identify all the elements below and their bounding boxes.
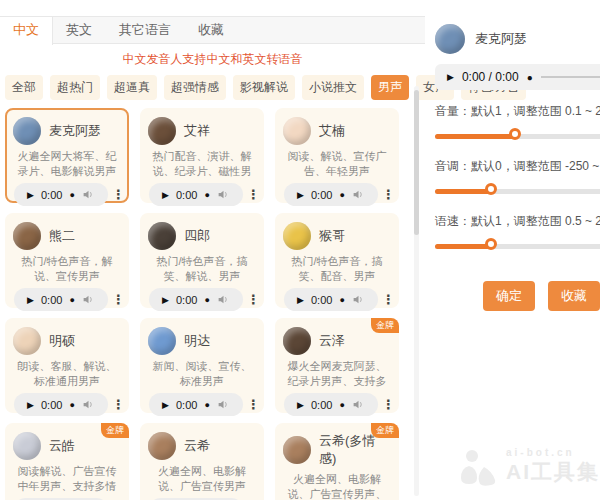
more-options-icon[interactable]: ⋮	[112, 187, 121, 202]
seek-handle[interactable]: ●	[204, 295, 209, 305]
seek-handle[interactable]: ●	[69, 190, 74, 200]
voice-name: 熊二	[49, 227, 75, 245]
voice-card[interactable]: 艾楠 阅读、解说、宣传广告、年轻男声 ▶ 0:00 ● ⋮	[275, 108, 399, 203]
play-icon[interactable]: ▶	[27, 400, 34, 410]
filter-chip[interactable]: 影视解说	[233, 75, 295, 100]
filter-chip[interactable]: 超热门	[50, 75, 100, 100]
play-icon[interactable]: ▶	[297, 295, 304, 305]
voice-avatar	[13, 222, 41, 250]
tab[interactable]: 其它语言	[106, 17, 185, 43]
slider-handle[interactable]	[485, 183, 497, 195]
seek-handle[interactable]: ●	[339, 400, 344, 410]
favorite-button[interactable]: 收藏	[548, 281, 600, 311]
volume-icon[interactable]	[352, 398, 365, 411]
play-icon[interactable]: ▶	[162, 295, 169, 305]
more-options-icon[interactable]: ⋮	[382, 397, 391, 412]
slider-handle[interactable]	[509, 128, 521, 140]
filter-chip[interactable]: 小说推文	[302, 75, 364, 100]
settings-panel: 麦克阿瑟 ▶ 0:00 / 0:00 ● 音量：默认1，调整范围 0.1 ~ 2…	[425, 0, 600, 500]
voice-card[interactable]: 艾祥 热门配音、演讲、解说、纪录片、磁性男声 ▶ 0:00 ● ⋮	[140, 108, 264, 203]
voice-description: 阅读、解说、宣传广告、年轻男声	[283, 149, 391, 179]
scrollbar-track[interactable]	[414, 86, 419, 496]
play-icon[interactable]: ▶	[297, 190, 304, 200]
tab[interactable]: 收藏	[185, 17, 238, 43]
voice-card[interactable]: 明硕 朗读、客服、解说、标准通用男声 ▶ 0:00 ● ⋮	[5, 318, 129, 413]
more-options-icon[interactable]: ⋮	[112, 397, 121, 412]
play-icon[interactable]: ▶	[447, 72, 454, 82]
voice-card[interactable]: 麦克阿瑟 火遍全网大将军、纪录片、电影解说男声 ▶ 0:00 ● ⋮	[5, 108, 129, 203]
slider-handle[interactable]	[485, 238, 497, 250]
confirm-button[interactable]: 确定	[483, 281, 535, 311]
voice-name: 猴哥	[319, 227, 345, 245]
volume-icon[interactable]	[82, 293, 95, 306]
audio-player: ▶ 0:00 ●	[149, 183, 243, 206]
voice-avatar	[283, 327, 311, 355]
slider[interactable]	[435, 237, 600, 255]
slider-section: 音量：默认1，调整范围 0.1 ~ 2 音调：默认0，调整范围 -250 ~ 5…	[435, 103, 600, 255]
play-icon[interactable]: ▶	[162, 400, 169, 410]
voice-card[interactable]: 猴哥 热门/特色声音，搞笑、配音、男声 ▶ 0:00 ● ⋮	[275, 213, 399, 308]
volume-icon[interactable]	[352, 188, 365, 201]
seek-handle[interactable]: ●	[204, 400, 209, 410]
volume-icon[interactable]	[217, 293, 230, 306]
voice-description: 火遍全网、电影解说、广告宣传男声、支持多情感、多角色	[283, 472, 391, 500]
voice-card[interactable]: 金牌 云希(多情感) 火遍全网、电影解说、广告宣传男声、支持多情感、多角色 ▶ …	[275, 423, 399, 500]
more-options-icon[interactable]: ⋮	[112, 292, 121, 307]
seek-handle[interactable]: ●	[204, 190, 209, 200]
play-icon[interactable]: ▶	[162, 190, 169, 200]
voice-name: 四郎	[184, 227, 210, 245]
seek-handle[interactable]: ●	[527, 72, 533, 83]
filter-chip[interactable]: 超强情感	[164, 75, 226, 100]
slider[interactable]	[435, 127, 600, 145]
voice-avatar	[283, 436, 311, 464]
voice-card[interactable]: 熊二 热门/特色声音，解说、宣传男声 ▶ 0:00 ● ⋮	[5, 213, 129, 308]
play-icon[interactable]: ▶	[27, 190, 34, 200]
volume-icon[interactable]	[217, 398, 230, 411]
seek-track[interactable]	[541, 76, 600, 78]
filter-chip[interactable]: 男声	[371, 75, 409, 100]
more-options-icon[interactable]: ⋮	[382, 187, 391, 202]
tab[interactable]: 英文	[53, 17, 106, 43]
more-options-icon[interactable]: ⋮	[382, 292, 391, 307]
seek-handle[interactable]: ●	[339, 295, 344, 305]
audio-player: ▶ 0:00 ●	[149, 288, 243, 311]
voice-card[interactable]: 金牌 云皓 阅读解说、广告宣传中年男声、支持多情感 ▶ 0:00 ● ⋮	[5, 423, 129, 500]
voice-description: 爆火全网麦克阿瑟、纪录片男声、支持多情感、多角色	[283, 359, 391, 389]
voice-card[interactable]: 云希 火遍全网、电影解说、广告宣传男声 ▶ 0:00 ● ⋮	[140, 423, 264, 500]
more-options-icon[interactable]: ⋮	[247, 292, 256, 307]
filter-chip[interactable]: 超逼真	[107, 75, 157, 100]
seek-handle[interactable]: ●	[69, 295, 74, 305]
scrollbar-thumb[interactable]	[414, 90, 419, 235]
gold-badge: 金牌	[101, 423, 129, 438]
volume-icon[interactable]	[217, 188, 230, 201]
voice-card[interactable]: 金牌 云泽 爆火全网麦克阿瑟、纪录片男声、支持多情感、多角色 ▶ 0:00 ● …	[275, 318, 399, 413]
more-options-icon[interactable]: ⋮	[247, 397, 256, 412]
play-icon[interactable]: ▶	[297, 400, 304, 410]
volume-icon[interactable]	[82, 398, 95, 411]
voice-card[interactable]: 明达 新闻、阅读、宣传、标准男声 ▶ 0:00 ● ⋮	[140, 318, 264, 413]
tab-label: 中文	[13, 22, 39, 37]
more-options-icon[interactable]: ⋮	[247, 187, 256, 202]
volume-icon[interactable]	[352, 293, 365, 306]
preview-time-label: 0:00 / 0:00	[462, 70, 519, 84]
time-label: 0:00	[176, 294, 197, 306]
voice-description: 热门/特色声音，搞笑、解说、男声	[148, 254, 256, 284]
filter-chip[interactable]: 全部	[5, 75, 43, 100]
seek-handle[interactable]: ●	[69, 400, 74, 410]
voice-card[interactable]: 四郎 热门/特色声音，搞笑、解说、男声 ▶ 0:00 ● ⋮	[140, 213, 264, 308]
slider[interactable]	[435, 182, 600, 200]
voice-avatar	[148, 432, 176, 460]
audio-player: ▶ 0:00 ●	[14, 183, 108, 206]
play-icon[interactable]: ▶	[27, 295, 34, 305]
seek-handle[interactable]: ●	[339, 190, 344, 200]
voice-avatar	[13, 117, 41, 145]
tab[interactable]: 中文	[0, 17, 53, 45]
volume-icon[interactable]	[82, 188, 95, 201]
audio-player: ▶ 0:00 ●	[284, 183, 378, 206]
voice-description: 火遍全网大将军、纪录片、电影解说男声	[13, 149, 121, 179]
slider-label: 音量：默认1，调整范围 0.1 ~ 2	[435, 103, 600, 120]
voice-grid: 麦克阿瑟 火遍全网大将军、纪录片、电影解说男声 ▶ 0:00 ● ⋮ 艾祥 热门…	[5, 108, 425, 500]
gold-badge: 金牌	[371, 318, 399, 333]
audio-player: ▶ 0:00 ●	[284, 288, 378, 311]
tab-bar: 中文 英文 其它语言 收藏	[0, 16, 425, 44]
